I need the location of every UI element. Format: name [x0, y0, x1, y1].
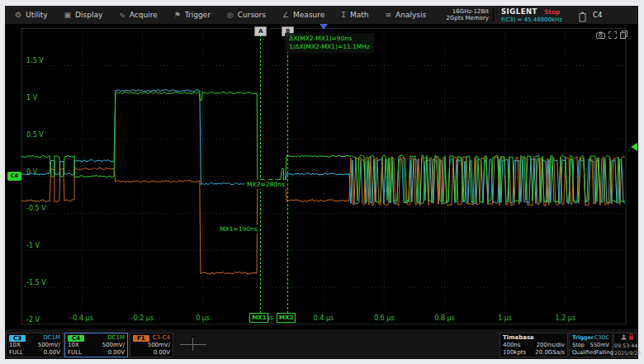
c3-badge: C3 — [9, 335, 26, 342]
cursors-icon: ◎ — [227, 12, 234, 19]
t-axis-label: -0.2 µs — [125, 314, 159, 322]
trigger-box[interactable]: Trigger C3DC Stop 550mV Qualified Fallin… — [569, 333, 613, 357]
mx1-value-label: MX1=190ns — [217, 225, 260, 234]
cursor-mx2-box[interactable]: MX2 — [277, 313, 296, 323]
c4-coupling: DC1M — [107, 334, 125, 342]
bandwidth-label: 16GHz-12Bit — [431, 8, 489, 15]
oscilloscope-window: ⚙Utility▣Display∿Acquire⚑Trigger◎Cursors… — [5, 6, 638, 359]
c3-bandwidth: FULL — [9, 349, 23, 357]
memory-label: 2Gpts Memory — [431, 15, 489, 21]
display-icon: ▣ — [64, 12, 72, 19]
v-axis-label: 0 V — [26, 168, 37, 176]
t-axis-label: 1.2 µs — [549, 314, 582, 322]
c4-scale: 500mV/ — [102, 342, 125, 349]
trigger-level: 550mV — [590, 342, 609, 349]
menu-item-acquire[interactable]: ∿Acquire — [111, 6, 165, 24]
menu-item-math[interactable]: ΣMath — [333, 6, 376, 24]
c4-bandwidth: FULL — [68, 349, 82, 357]
waveform-screen: 1.5 V1 V0.5 V0 V-0.5 V-1 V-1.5 V-2 V-0.4… — [5, 24, 638, 329]
menu-item-utility[interactable]: ⚙Utility — [7, 6, 56, 24]
fullscreen-icon[interactable] — [608, 26, 617, 42]
t-axis-label: 0 µs — [187, 314, 220, 322]
trace-c4 — [21, 92, 625, 202]
trigger-level-marker[interactable] — [631, 143, 637, 151]
trigger-source: C3DC — [594, 334, 609, 342]
c3-offset: 0.00V — [44, 349, 60, 357]
c4-offset: 0.00V — [108, 349, 125, 357]
v-axis-label: -1.5 V — [26, 279, 46, 286]
t-axis-label: 0.8 µs — [428, 314, 461, 322]
t-axis-label: -0.4 µs — [65, 314, 98, 322]
waveform-canvas — [5, 24, 638, 329]
trigger-status: Stop — [572, 342, 585, 349]
v-axis-label: -1 V — [26, 242, 40, 249]
f1-badge: F1 — [133, 335, 149, 342]
screenshot-camera-icon[interactable] — [596, 26, 605, 42]
timebase-box[interactable]: Timebase 400ns 200ns/div 100kpts 20.0GSa… — [500, 333, 568, 357]
v-axis-label: 0.5 V — [26, 131, 44, 139]
menu-items: ⚙Utility▣Display∿Acquire⚑Trigger◎Cursors… — [7, 6, 434, 24]
active-channel-label[interactable]: C4 — [593, 11, 602, 19]
cursor-readout: ΔX(MX2-MX1)=90ns 1/ΔX(MX2-MX1)=11.1MHz — [285, 33, 374, 53]
t-axis-label: 1 µs — [489, 314, 522, 322]
frequency-counter: f(C3) = 45.46900kHz — [501, 17, 574, 23]
brand-block: SIGLENT Stop f(C3) = 45.46900kHz — [501, 7, 574, 23]
cursor-a-line[interactable] — [260, 35, 261, 314]
oscilloscope-screenshot: ⚙Utility▣Display∿Acquire⚑Trigger◎Cursors… — [0, 0, 644, 364]
channel-box-f1[interactable]: F1 C3-C4 500mV/ 0.00V — [130, 333, 173, 357]
cursor-delta-x: ΔX(MX2-MX1)=90ns — [289, 35, 370, 43]
clock-date: 2025/9/26 — [614, 349, 637, 357]
analysis-icon: ≡ — [386, 12, 392, 19]
f1-source: C3-C4 — [153, 334, 170, 342]
brand-logo: SIGLENT — [501, 7, 537, 16]
datetime-box[interactable]: 09:53:44 2025/9/26 — [613, 333, 637, 357]
timebase-rate: 20.0GSa/s — [535, 349, 565, 357]
cursor-a-flag[interactable]: A — [254, 26, 267, 36]
mx2-value-label: MX2=280ns — [244, 180, 287, 189]
menu-item-display[interactable]: ▣Display — [56, 6, 111, 24]
clock-time: 09:53:44 — [614, 342, 637, 349]
v-axis-label: 1.5 V — [26, 57, 44, 64]
f1-offset: 0.00V — [154, 349, 170, 357]
f1-scale: 500mV/ — [148, 342, 170, 349]
math-icon: Σ — [341, 12, 346, 19]
timebase-title: Timebase — [503, 334, 534, 342]
menu-bar: ⚙Utility▣Display∿Acquire⚑Trigger◎Cursors… — [5, 6, 638, 24]
menu-item-measure[interactable]: ∠Measure — [274, 6, 333, 24]
measure-icon: ∠ — [282, 12, 289, 19]
trace-c3 — [21, 90, 625, 205]
cursor-b-line[interactable] — [287, 35, 288, 314]
c4-probe: 10X — [68, 342, 79, 349]
menu-item-trigger[interactable]: ⚑Trigger — [166, 6, 219, 24]
channel-ground-marker[interactable]: C4 — [7, 172, 21, 181]
trigger-title: Trigger — [572, 334, 594, 342]
menu-item-cursors[interactable]: ◎Cursors — [219, 6, 274, 24]
timebase-delay: 400ns — [503, 342, 520, 349]
trigger-slope: Falling — [596, 349, 613, 357]
status-bar: C3 DC1M 10X 500mV/ FULL 0.00V C4 DC1M — [5, 329, 638, 359]
v-axis-label: 1 V — [26, 94, 37, 102]
channel-box-c4[interactable]: C4 DC1M 10X 500mV/ FULL 0.00V — [64, 333, 128, 357]
timebase-scale: 200ns/div — [537, 342, 565, 349]
copy-page-icon[interactable] — [620, 26, 627, 42]
t-axis-label: 0.6 µs — [367, 314, 400, 322]
timebase-points: 100kpts — [503, 349, 526, 357]
utility-icon: ⚙ — [15, 12, 21, 19]
t-axis-label: 0.4 µs — [307, 314, 340, 322]
c3-scale: 500mV/ — [38, 342, 60, 349]
trigger-type: Qualified — [572, 349, 596, 357]
cursor-inverse-delta-x: 1/ΔX(MX2-MX1)=11.1MHz — [289, 43, 370, 51]
menu-item-analysis[interactable]: ≡Analysis — [377, 6, 435, 24]
cursor-mx1-box[interactable]: MX1 — [249, 313, 268, 323]
trigger-delay-marker[interactable] — [320, 24, 328, 30]
channel-box-c3[interactable]: C3 DC1M 10X 500mV/ FULL 0.00V — [6, 333, 64, 357]
c3-probe: 10X — [9, 342, 21, 349]
user-icon — [621, 334, 627, 343]
v-axis-label: -0.5 V — [26, 205, 46, 212]
v-axis-label: -2 V — [26, 316, 40, 324]
c4-badge: C4 — [68, 335, 84, 342]
c3-coupling: DC1M — [43, 334, 60, 342]
acquisition-status[interactable]: Stop — [544, 8, 561, 16]
system-info: 16GHz-12Bit 2Gpts Memory — [431, 8, 494, 21]
trigger-icon: ⚑ — [174, 12, 181, 19]
